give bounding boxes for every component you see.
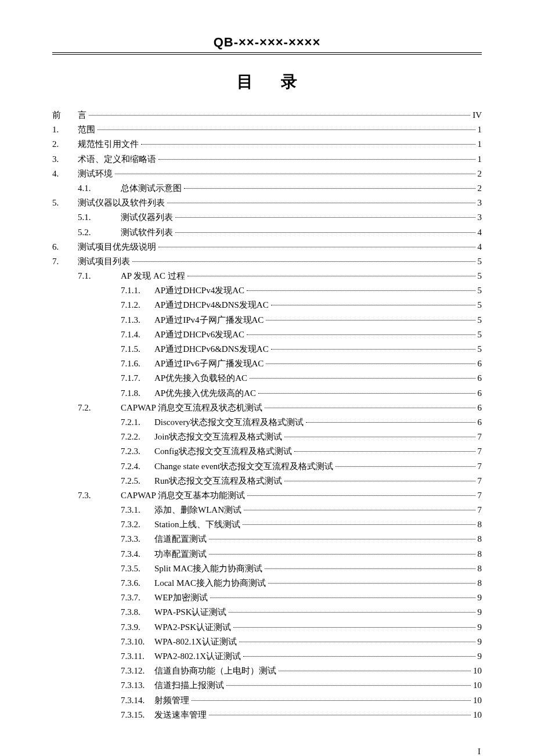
- toc-leader-dots: [187, 276, 475, 276]
- toc-leader-dots: [239, 642, 475, 642]
- toc-entry[interactable]: 7.2.CAPWAP 消息交互流程及状态机测试6: [52, 401, 482, 415]
- toc-entry-number: 1.: [52, 123, 78, 137]
- toc-entry-number: 7.3.15.: [121, 708, 154, 722]
- toc-leader-dots: [210, 597, 475, 598]
- toc-entry-title: CAPWAP 消息交互基本功能测试: [121, 488, 246, 503]
- toc-entry[interactable]: 5.1.测试仪器列表3: [52, 210, 482, 225]
- toc-entry-title: 信道扫描上报测试: [154, 678, 225, 693]
- toc-entry-number: 4.: [52, 167, 78, 181]
- toc-entry-number: 7.3.8.: [121, 605, 154, 620]
- toc-entry[interactable]: 5.2.测试软件列表4: [52, 225, 482, 240]
- toc-entry[interactable]: 7.3.6.Local MAC接入能力协商测试8: [52, 576, 482, 591]
- toc-entry-page: 4: [477, 225, 482, 240]
- toc-entry[interactable]: 7.2.5.Run状态报文交互流程及格式测试7: [52, 474, 482, 488]
- toc-entry-number: 7.1.: [78, 269, 121, 283]
- toc-entry-title: 测试仪器以及软件列表: [78, 196, 166, 210]
- toc-entry[interactable]: 4.测试环境2: [52, 167, 482, 181]
- toc-entry-title: 测试仪器列表: [121, 210, 174, 225]
- toc-entry-number: 7.1.3.: [121, 313, 154, 327]
- toc-entry[interactable]: 7.2.2.Join状态报文交互流程及格式测试7: [52, 430, 482, 444]
- toc-leader-dots: [233, 627, 475, 628]
- toc-entry[interactable]: 7.3.15.发送速率管理10: [52, 708, 482, 722]
- toc-entry-number: 7.: [52, 254, 78, 269]
- toc-entry[interactable]: 5.测试仪器以及软件列表3: [52, 196, 482, 210]
- toc-entry[interactable]: 7.2.3.Config状态报文交互流程及格式测试7: [52, 444, 482, 459]
- toc-entry[interactable]: 7.3.14.射频管理10: [52, 693, 482, 708]
- toc-entry[interactable]: 7.1.7.AP优先接入负载轻的AC6: [52, 371, 482, 386]
- toc-entry[interactable]: 2.规范性引用文件1: [52, 137, 482, 152]
- toc-entry-page: 6: [477, 386, 482, 401]
- toc-leader-dots: [175, 217, 475, 218]
- toc-entry-page: 5: [477, 327, 482, 342]
- toc-entry-title: WPA-PSK认证测试: [154, 605, 228, 620]
- toc-entry[interactable]: 7.测试项目列表5: [52, 254, 482, 269]
- toc-leader-dots: [279, 671, 471, 671]
- toc-entry[interactable]: 7.3.13.信道扫描上报测试10: [52, 678, 482, 693]
- toc-entry-number: 7.1.2.: [121, 298, 154, 312]
- toc-entry-title: 射频管理: [154, 693, 190, 708]
- toc-entry[interactable]: 前言IV: [52, 108, 482, 123]
- toc-entry[interactable]: 7.1.3.AP通过IPv4子网广播发现AC5: [52, 313, 482, 327]
- toc-entry-page: 5: [477, 298, 482, 312]
- toc-leader-dots: [247, 334, 475, 335]
- toc-leader-dots: [141, 144, 475, 145]
- toc-entry-title: 测试项目优先级说明: [78, 240, 157, 254]
- toc-entry[interactable]: 7.3.7.WEP加密测试9: [52, 591, 482, 605]
- toc-entry-title: AP优先接入负载轻的AC: [154, 371, 248, 386]
- toc-entry[interactable]: 7.1.1.AP通过DHCPv4发现AC5: [52, 283, 482, 298]
- toc-entry[interactable]: 7.1.2.AP通过DHCPv4&DNS发现AC5: [52, 298, 482, 312]
- toc-entry-page: 10: [472, 708, 482, 722]
- toc-leader-dots: [271, 349, 475, 350]
- toc-entry-title: 信道自协商功能（上电时）测试: [154, 664, 277, 678]
- toc-entry[interactable]: 7.3.9.WPA2-PSK认证测试9: [52, 620, 482, 635]
- toc-entry-title: WPA2-802.1X认证测试: [154, 649, 242, 664]
- toc-entry-number: 7.3.5.: [121, 561, 154, 576]
- toc-entry[interactable]: 7.3.2.Station上线、下线测试8: [52, 517, 482, 532]
- toc-leader-dots: [266, 320, 475, 321]
- toc-entry[interactable]: 7.3.12.信道自协商功能（上电时）测试10: [52, 664, 482, 678]
- toc-entry[interactable]: 1.范围1: [52, 123, 482, 137]
- toc-entry[interactable]: 7.3.3.信道配置测试8: [52, 532, 482, 546]
- toc-entry-number: 6.: [52, 240, 78, 254]
- toc-entry[interactable]: 7.2.1.Discovery状态报文交互流程及格式测试6: [52, 415, 482, 430]
- toc-entry[interactable]: 7.3.5.Split MAC接入能力协商测试8: [52, 561, 482, 576]
- toc-entry[interactable]: 7.1.AP 发现 AC 过程5: [52, 269, 482, 283]
- toc-entry[interactable]: 6.测试项目优先级说明4: [52, 240, 482, 254]
- toc-entry-number: 7.3.4.: [121, 547, 154, 561]
- toc-entry[interactable]: 4.1.总体测试示意图2: [52, 181, 482, 196]
- toc-entry-number: 4.1.: [78, 181, 121, 196]
- toc-entry-title: WEP加密测试: [154, 591, 209, 605]
- toc-entry-page: 10: [472, 664, 482, 678]
- toc-entry[interactable]: 7.2.4.Change state event状态报文交互流程及格式测试7: [52, 459, 482, 474]
- toc-entry-page: 2: [477, 167, 482, 181]
- toc-entry[interactable]: 7.3.4.功率配置测试8: [52, 547, 482, 561]
- toc-leader-dots: [266, 363, 475, 364]
- toc-entry-page: 10: [472, 678, 482, 693]
- toc-entry[interactable]: 7.3.10.WPA-802.1X认证测试9: [52, 635, 482, 649]
- toc-entry-page: 6: [477, 415, 482, 430]
- toc-entry[interactable]: 7.1.4.AP通过DHCPv6发现AC5: [52, 327, 482, 342]
- toc-entry-number: 前: [52, 108, 78, 123]
- toc-leader-dots: [209, 539, 475, 539]
- toc-entry-number: 7.1.7.: [121, 371, 154, 386]
- toc-entry[interactable]: 7.1.6.AP通过IPv6子网广播发现AC6: [52, 357, 482, 371]
- toc-entry-number: 7.2.5.: [121, 474, 154, 488]
- toc-leader-dots: [268, 583, 475, 584]
- toc-entry-page: 1: [477, 123, 482, 137]
- toc-entry-number: 7.3.7.: [121, 591, 154, 605]
- toc-entry[interactable]: 3.术语、定义和缩略语1: [52, 152, 482, 167]
- toc-leader-dots: [229, 612, 475, 613]
- toc-entry-number: 7.3.1.: [121, 503, 154, 517]
- toc-entry[interactable]: 7.3.1.添加、删除WLAN测试7: [52, 503, 482, 517]
- toc-entry-page: 9: [477, 605, 482, 620]
- toc-entry[interactable]: 7.1.5.AP通过DHCPv6&DNS发现AC5: [52, 342, 482, 357]
- toc-leader-dots: [209, 554, 475, 555]
- toc-entry[interactable]: 7.3.8.WPA-PSK认证测试9: [52, 605, 482, 620]
- toc-entry-number: 7.2.3.: [121, 444, 154, 459]
- toc-entry-number: 7.2.2.: [121, 430, 154, 444]
- toc-entry[interactable]: 7.3.11.WPA2-802.1X认证测试9: [52, 649, 482, 664]
- toc-entry[interactable]: 7.1.8.AP优先接入优先级高的AC6: [52, 386, 482, 401]
- toc-entry-page: 3: [477, 210, 482, 225]
- toc-entry[interactable]: 7.3.CAPWAP 消息交互基本功能测试7: [52, 488, 482, 503]
- table-of-contents: 前言IV1.范围12.规范性引用文件13.术语、定义和缩略语14.测试环境24.…: [52, 108, 482, 722]
